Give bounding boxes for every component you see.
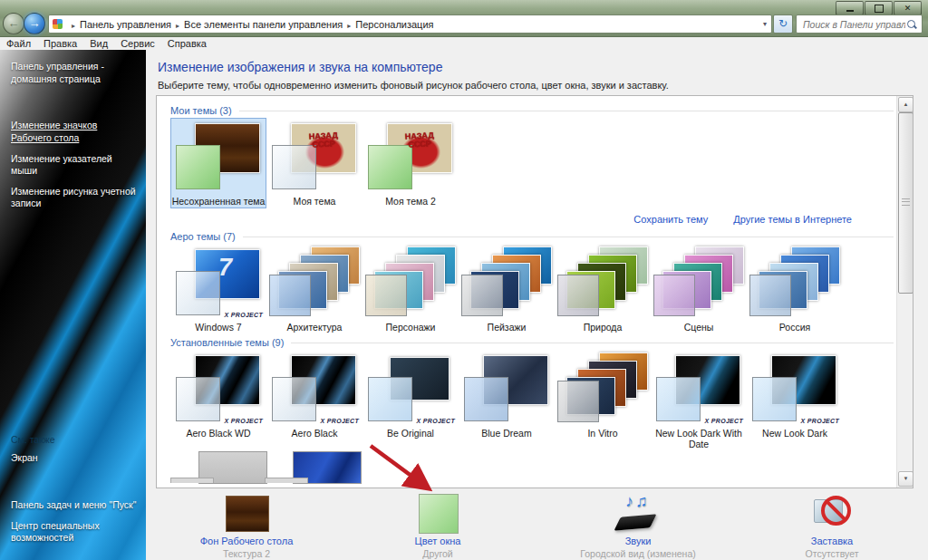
scrollbar[interactable]: ▲ ▼	[896, 96, 913, 488]
glass-square-icon	[176, 145, 220, 189]
back-button[interactable]: ←	[3, 13, 24, 34]
footer-setting-window-color[interactable]: Цвет окнаДругой	[347, 492, 528, 559]
refresh-button[interactable]: ↻	[773, 14, 793, 34]
sidebar-item[interactable]: Экран	[11, 452, 139, 465]
menu-item[interactable]: Правка	[37, 38, 83, 49]
wallpaper-icon	[156, 492, 337, 534]
footer-setting-wallpaper[interactable]: Фон Рабочего столаТекстура 2	[156, 492, 337, 559]
see-also-header: См. также	[11, 434, 139, 445]
sidebar-item[interactable]: Изменение указателей мыши	[11, 153, 136, 178]
footer-setting-status: Отсутствует	[741, 548, 923, 559]
theme-item-partial[interactable]	[170, 478, 214, 483]
maximize-button[interactable]	[865, 1, 893, 15]
theme-row: 7X PROJECTWindows 7АрхитектураПерсонажиП…	[170, 244, 897, 334]
theme-label: Моя тема	[267, 196, 362, 207]
theme-item[interactable]: Сцены	[651, 244, 747, 334]
sidebar-item[interactable]: Изменение рисунка учетной записи	[11, 186, 136, 210]
back-icon: ←	[4, 14, 24, 33]
theme-item[interactable]: In Vitro	[555, 350, 651, 451]
theme-thumbnail	[365, 246, 456, 319]
menu-item[interactable]: Справка	[161, 38, 213, 49]
theme-label: Персонажи	[363, 322, 458, 333]
section-header: Установленные темы (9)	[170, 337, 894, 348]
theme-item[interactable]: Природа	[555, 244, 651, 334]
theme-item[interactable]: НАЗАД СССРМоя тема	[266, 118, 362, 208]
search-box[interactable]	[796, 14, 923, 34]
footer-setting-label: Звуки	[547, 536, 729, 546]
breadcrumb-separator-icon: ▸	[72, 22, 75, 30]
theme-item-partial[interactable]	[265, 478, 308, 483]
glass-square-icon	[557, 275, 599, 316]
scroll-down-icon[interactable]: ▼	[898, 471, 914, 487]
breadcrumb-separator-icon: ▸	[176, 22, 179, 30]
theme-label: New Look Dark	[748, 428, 842, 439]
theme-watermark: X PROJECT	[705, 418, 743, 424]
theme-watermark: X PROJECT	[417, 418, 455, 424]
get-themes-online-link[interactable]: Другие темы в Интернете	[733, 214, 852, 225]
breadcrumb-item[interactable]: Панель управления	[80, 19, 171, 30]
footer-setting-label: Цвет окна	[347, 536, 528, 546]
glass-square-icon	[557, 381, 599, 422]
footer-setting-status: Городской вид (изменена)	[547, 548, 729, 559]
theme-item[interactable]: X PROJECTNew Look Dark	[747, 350, 843, 451]
glass-square-icon	[461, 275, 503, 316]
sidebar-item[interactable]: Центр специальных возможностей	[11, 520, 139, 545]
theme-item[interactable]: Архитектура	[266, 244, 362, 334]
theme-item[interactable]: X PROJECTAero Black	[266, 350, 362, 451]
theme-item[interactable]: X PROJECTBe Original	[362, 350, 459, 451]
theme-item[interactable]: Несохраненная тема	[170, 118, 266, 208]
address-dropdown-icon[interactable]: ▾	[763, 20, 767, 28]
theme-label: Windows 7	[171, 322, 266, 333]
theme-settings-bar: Фон Рабочего столаТекстура 2Цвет окнаДру…	[147, 487, 928, 560]
breadcrumb-item[interactable]: Все элементы панели управления	[184, 19, 343, 30]
theme-thumbnail: X PROJECT	[269, 352, 360, 425]
search-icon	[907, 20, 915, 28]
scroll-up-icon[interactable]: ▲	[898, 97, 914, 112]
theme-item[interactable]: Blue Dream	[459, 350, 555, 451]
theme-item[interactable]: НАЗАД СССРМоя тема 2	[362, 118, 459, 208]
theme-thumbnail	[461, 246, 552, 319]
section-header-label: Аеро темы (7)	[170, 231, 236, 242]
search-input[interactable]	[801, 18, 907, 31]
window-titlebar: ✕ ← → ▸Панель управления▸Все элементы па…	[0, 0, 928, 37]
theme-item[interactable]: X PROJECTAero Black WD	[170, 350, 266, 451]
address-bar[interactable]: ▸Панель управления▸Все элементы панели у…	[48, 14, 772, 34]
section-divider	[239, 111, 894, 111]
scrollbar-grip-icon	[902, 198, 910, 206]
theme-item[interactable]: Пейзажи	[459, 244, 555, 334]
theme-item[interactable]: Россия	[747, 244, 843, 334]
menu-item[interactable]: Вид	[83, 38, 114, 49]
theme-item[interactable]: X PROJECTNew Look Dark With Date	[651, 350, 747, 451]
theme-watermark: X PROJECT	[225, 312, 263, 318]
theme-label: In Vitro	[556, 428, 650, 439]
footer-setting-status: Другой	[347, 548, 528, 559]
close-button[interactable]: ✕	[894, 1, 922, 15]
theme-thumbnail	[269, 246, 360, 319]
forward-button[interactable]: →	[24, 13, 45, 34]
footer-setting-sounds[interactable]: ♪♫ЗвукиГородской вид (изменена)	[547, 492, 729, 559]
menu-item[interactable]: Сервис	[114, 38, 161, 49]
theme-item[interactable]: 7X PROJECTWindows 7	[170, 244, 266, 334]
theme-label: Россия	[748, 322, 842, 333]
glass-square-icon	[365, 275, 407, 316]
sidebar-item[interactable]: Изменение значков Рабочего стола	[11, 120, 136, 144]
theme-item[interactable]: Персонажи	[362, 244, 459, 334]
sidebar-item[interactable]: Панель задач и меню "Пуск"	[11, 499, 139, 512]
refresh-icon: ↻	[778, 17, 788, 30]
page-subtitle: Выберите тему, чтобы одновременно измени…	[158, 80, 669, 91]
scrollbar-thumb[interactable]	[898, 112, 914, 294]
sidebar-item[interactable]: Панель управления - домашняя страница	[11, 61, 136, 85]
minimize-icon	[846, 10, 854, 12]
menu-item[interactable]: Файл	[0, 38, 37, 49]
footer-setting-screensaver[interactable]: ЗаставкаОтсутствует	[741, 492, 923, 559]
glass-square-icon	[176, 271, 220, 315]
section-header-label: Мои темы (3)	[170, 105, 232, 116]
section-header: Мои темы (3)	[170, 105, 894, 116]
breadcrumb-item[interactable]: Персонализация	[355, 19, 433, 30]
glass-square-icon	[368, 145, 412, 189]
glass-square-icon	[752, 377, 797, 421]
save-theme-link[interactable]: Сохранить тему	[633, 214, 708, 225]
footer-setting-status: Текстура 2	[156, 548, 337, 559]
minimize-button[interactable]	[836, 1, 864, 15]
window-color-icon	[347, 492, 528, 534]
